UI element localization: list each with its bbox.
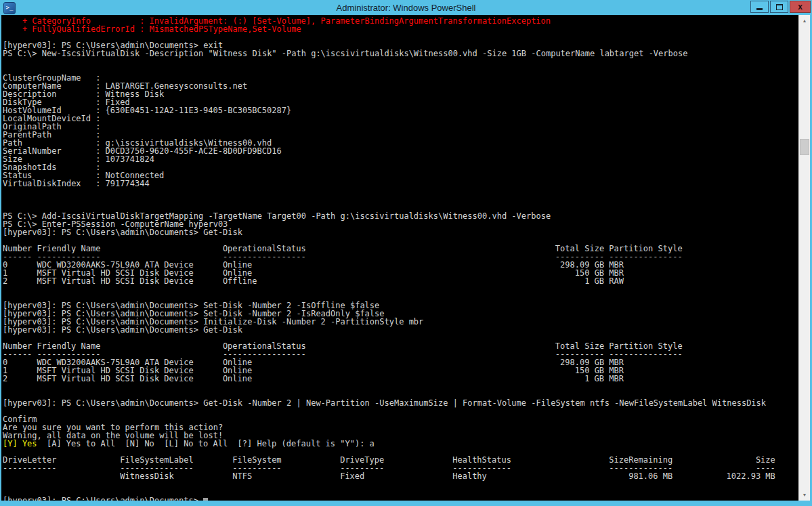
- powershell-window: >_ Administrator: Windows PowerShell x +…: [0, 0, 812, 506]
- terminal-line: [hyperv03]: PS C:\Users\admin\Documents>…: [3, 399, 798, 407]
- terminal-line: PS C:\> New-IscsiVirtualDisk -Descriptio…: [3, 49, 798, 58]
- terminal-line: [hyperv03]: PS C:\Users\admin\Documents>…: [3, 326, 798, 334]
- terminal-line: [3, 285, 798, 293]
- terminal-line: [3, 66, 798, 74]
- terminal-line: [3, 480, 798, 488]
- window-controls: x: [749, 1, 811, 13]
- terminal-line: Warning, all data on the volume will be …: [3, 431, 798, 440]
- terminal-line: WitnessDiskNTFSFixedHealthy981.06 MB1022…: [3, 472, 798, 480]
- scroll-up-button[interactable]: ▲: [799, 15, 810, 26]
- window-title: Administrator: Windows PowerShell: [0, 3, 812, 13]
- close-icon: x: [798, 3, 803, 11]
- terminal-line: [3, 196, 798, 204]
- terminal-line: OriginalPath:: [3, 123, 798, 131]
- terminal-line: [3, 407, 798, 415]
- scroll-down-icon: ▼: [803, 492, 807, 497]
- maximize-icon: [776, 4, 783, 10]
- terminal-line: LocalMountDeviceId:: [3, 114, 798, 123]
- minimize-icon: [756, 8, 763, 10]
- scroll-up-icon: ▲: [803, 18, 807, 23]
- window-body: + CategoryInfo: InvalidArgument: (:) [Se…: [1, 15, 810, 501]
- terminal-line: [hyperv03]: PS C:\Users\admin\Documents>: [3, 497, 798, 501]
- terminal-line: 2MSFT Virtual HD SCSI Disk DeviceOffline…: [3, 277, 798, 285]
- terminal-line: [Y] Yes[A] Yes to All[N] No[L] No to All…: [3, 440, 798, 448]
- console-output[interactable]: + CategoryInfo: InvalidArgument: (:) [Se…: [1, 15, 798, 501]
- terminal-line: [hyperv03]: PS C:\Users\admin\Documents>…: [3, 228, 798, 236]
- scrollbar-thumb[interactable]: [800, 139, 809, 155]
- terminal-line: HostVolumeId: {630E0451-12A2-11E3-9405-B…: [3, 106, 798, 114]
- close-button[interactable]: x: [790, 1, 811, 13]
- scroll-down-button[interactable]: ▼: [799, 489, 810, 501]
- scrollbar[interactable]: ▲ ▼: [798, 15, 810, 501]
- terminal-line: [3, 58, 798, 66]
- minimize-button[interactable]: [750, 1, 769, 13]
- titlebar[interactable]: >_ Administrator: Windows PowerShell x: [0, 0, 812, 15]
- text-cursor: [203, 498, 208, 501]
- terminal-line: Size: 1073741824: [3, 155, 798, 163]
- terminal-line: + FullyQualifiedErrorId : MismatchedPSTy…: [3, 25, 798, 33]
- maximize-button[interactable]: [770, 1, 788, 13]
- terminal-line: [3, 188, 798, 196]
- terminal-line: [3, 383, 798, 391]
- terminal-line: 2MSFT Virtual HD SCSI Disk DeviceOnline1…: [3, 375, 798, 383]
- terminal-line: VirtualDiskIndex: 791774344: [3, 180, 798, 188]
